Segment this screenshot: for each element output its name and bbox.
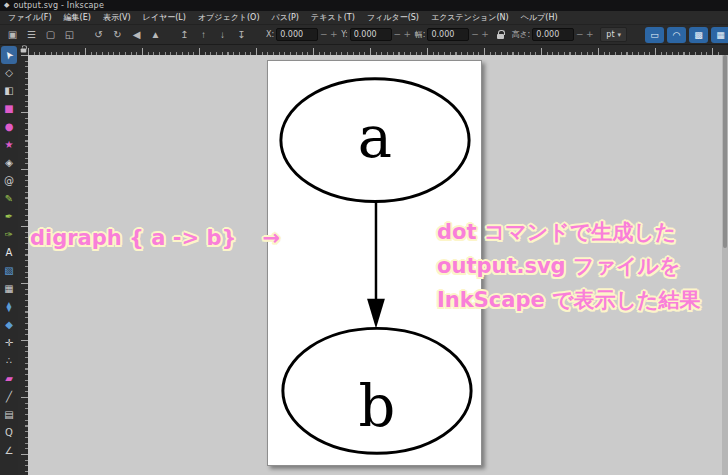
tool-paint-bucket-icon: ◆ [5, 320, 13, 330]
tool-bezier-pen-icon: ✒ [5, 212, 13, 222]
vertical-scrollbar[interactable] [722, 55, 728, 475]
lock-ratio-button[interactable] [493, 28, 507, 42]
toolbox: ➤◇◧■●★◈@✎✒✑A▧▦⧫◆✛∴▰╱▤Q∠ [0, 45, 18, 475]
selection-box-button[interactable]: ◱ [61, 27, 78, 43]
node-b-label[interactable]: b [359, 373, 396, 440]
ruler-major-ticks [21, 55, 28, 475]
tool-gradient-icon: ▧ [4, 266, 13, 276]
canvas[interactable]: a b digraph { a -> b} → dot コマンドで生成した ou… [28, 55, 728, 475]
tool-connector[interactable]: ╱ [1, 388, 17, 406]
horizontal-ruler[interactable] [28, 45, 722, 55]
width-field-label: 幅: [415, 29, 426, 40]
menu-item-1[interactable]: 編集(E) [58, 10, 97, 25]
annotation-line-2: output.svg ファイルを [437, 249, 701, 283]
guide-lock-button[interactable] [18, 45, 28, 55]
annotation-left: digraph { a -> b} → [30, 226, 280, 250]
tool-measure[interactable]: ∠ [1, 442, 17, 460]
lock-icon [497, 34, 504, 39]
tool-zoom[interactable]: Q [1, 424, 17, 442]
menubar: ファイル(F)編集(E)表示(V)レイヤー(L)オブジェクト(O)パス(P)テキ… [0, 11, 728, 25]
menu-item-4[interactable]: オブジェクト(O) [192, 10, 266, 25]
move-gradients-toggle[interactable]: ▩ [689, 27, 708, 43]
lower-to-bottom-button[interactable]: ↧ [233, 27, 250, 43]
tool-ellipse[interactable]: ● [1, 118, 17, 136]
y-field[interactable] [350, 28, 392, 41]
tool-text[interactable]: A [1, 244, 17, 262]
tool-pages-icon: ▤ [4, 410, 13, 420]
width-field-group: 幅:−+ [415, 28, 490, 41]
x-field-increment[interactable]: + [329, 28, 338, 41]
deselect-button[interactable]: ▢ [42, 27, 59, 43]
lower-button[interactable]: ↓ [214, 27, 231, 43]
scale-corners-toggle[interactable]: ◠ [667, 27, 686, 43]
select-all-layers-button[interactable]: ☰ [23, 27, 40, 43]
tool-paint-bucket[interactable]: ◆ [1, 316, 17, 334]
x-field-decrement[interactable]: − [319, 28, 328, 41]
ruler-major-ticks [28, 48, 722, 55]
tool-spray[interactable]: ∴ [1, 352, 17, 370]
menu-item-5[interactable]: パス(P) [266, 10, 305, 25]
menu-item-7[interactable]: フィルター(S) [361, 10, 425, 25]
chevron-down-icon: ▾ [618, 31, 622, 39]
menu-item-8[interactable]: エクステンション(N) [425, 10, 515, 25]
tool-node-editor[interactable]: ◇ [1, 64, 17, 82]
select-all-button[interactable]: ▣ [4, 27, 21, 43]
z-order-button-group: ↥↑↓↧ [176, 27, 250, 43]
tool-selector-icon: ➤ [2, 49, 15, 62]
node-a-label[interactable]: a [358, 104, 392, 171]
width-field-increment[interactable]: + [480, 28, 489, 41]
workarea: a b digraph { a -> b} → dot コマンドで生成した ou… [18, 45, 728, 475]
tool-3d-box-icon: ◈ [5, 158, 13, 168]
inkscape-logo-icon: ◆ [4, 2, 9, 9]
coordinate-fields: X:−+Y:−+幅:−+高さ:−+ [266, 28, 594, 42]
selection-button-group: ▣☰▢◱ [4, 27, 78, 43]
y-field-decrement[interactable]: − [393, 28, 402, 41]
inkscape-window: ◆ output.svg - Inkscape ファイル(F)編集(E)表示(V… [0, 0, 728, 475]
menu-item-3[interactable]: レイヤー(L) [137, 10, 192, 25]
raise-to-top-button[interactable]: ↥ [176, 27, 193, 43]
affect-toggle-group: ▭◠▩▦ [645, 27, 728, 43]
rotate-cw-button[interactable]: ↻ [109, 27, 126, 43]
scale-stroke-toggle[interactable]: ▭ [645, 27, 664, 43]
rotate-ccw-button[interactable]: ↺ [90, 27, 107, 43]
tool-calligraphy[interactable]: ✑ [1, 226, 17, 244]
x-field[interactable] [276, 28, 318, 41]
tool-bezier-pen[interactable]: ✒ [1, 208, 17, 226]
tool-eraser-icon: ▰ [5, 374, 13, 384]
tool-mesh-gradient[interactable]: ▦ [1, 280, 17, 298]
scrollbar-thumb[interactable] [723, 55, 727, 248]
menu-item-0[interactable]: ファイル(F) [2, 10, 58, 25]
y-field-increment[interactable]: + [403, 28, 412, 41]
menu-item-9[interactable]: ヘルプ(H) [515, 10, 564, 25]
tool-selector[interactable]: ➤ [1, 46, 17, 64]
tool-pencil[interactable]: ✎ [1, 190, 17, 208]
tool-pages[interactable]: ▤ [1, 406, 17, 424]
flip-vertical-button[interactable]: ▲ [147, 27, 164, 43]
unit-dropdown[interactable]: pt ▾ [600, 27, 627, 42]
tool-tweak[interactable]: ✛ [1, 334, 17, 352]
tool-text-icon: A [6, 248, 13, 258]
menu-item-6[interactable]: テキスト(T) [305, 10, 361, 25]
move-patterns-toggle[interactable]: ▦ [711, 27, 728, 43]
width-field[interactable] [427, 28, 469, 41]
tool-star[interactable]: ★ [1, 136, 17, 154]
flip-horizontal-button[interactable]: ◀ [128, 27, 145, 43]
tool-spiral[interactable]: @ [1, 172, 17, 190]
raise-button[interactable]: ↑ [195, 27, 212, 43]
vertical-ruler[interactable] [18, 55, 28, 475]
width-field-decrement[interactable]: − [470, 28, 479, 41]
tool-eraser[interactable]: ▰ [1, 370, 17, 388]
tool-dropper[interactable]: ⧫ [1, 298, 17, 316]
tool-calligraphy-icon: ✑ [5, 230, 13, 240]
height-field-decrement[interactable]: − [575, 28, 584, 41]
tool-gradient[interactable]: ▧ [1, 262, 17, 280]
menu-item-2[interactable]: 表示(V) [97, 10, 137, 25]
height-field[interactable] [532, 28, 574, 41]
tool-rectangle[interactable]: ■ [1, 100, 17, 118]
height-field-increment[interactable]: + [585, 28, 594, 41]
tool-3d-box[interactable]: ◈ [1, 154, 17, 172]
edge-arrowhead-icon[interactable] [367, 299, 385, 329]
tool-shape-builder[interactable]: ◧ [1, 82, 17, 100]
tool-spiral-icon: @ [4, 176, 14, 186]
main-area: ➤◇◧■●★◈@✎✒✑A▧▦⧫◆✛∴▰╱▤Q∠ a [0, 45, 728, 475]
